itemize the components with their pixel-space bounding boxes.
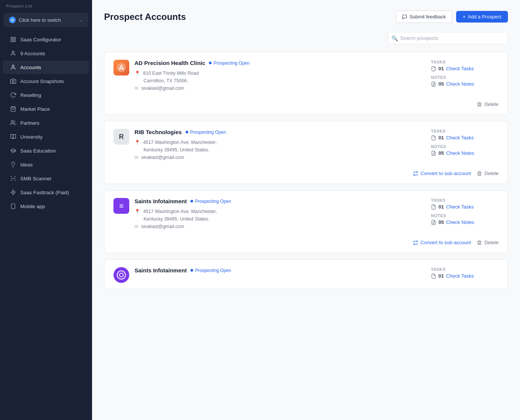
status-text: Prospecting Open (195, 199, 231, 204)
convert-icon (413, 240, 418, 245)
email-row: ✉ sivakasl@gmail.com (135, 224, 423, 229)
check-tasks-link[interactable]: Check Tasks (446, 273, 473, 279)
card-top: ≡ Saints Infotainment Prospecting Open (113, 198, 499, 229)
saints-logo-icon (116, 270, 126, 280)
address-row2: Carrollton, TX 75006. (135, 78, 423, 83)
search-input[interactable] (388, 32, 508, 44)
notes-row: 05 Check Notes (431, 219, 499, 225)
trash-icon (477, 240, 482, 245)
svg-rect-3 (14, 40, 15, 42)
switcher-label: Click here to switch (19, 17, 61, 23)
sidebar-item-saas-fasttrack[interactable]: Saas Fasttrack (Paid) (3, 186, 89, 199)
sidebar-item-smb-scanner[interactable]: SMB Scanner (3, 172, 89, 185)
status-text: Prospecting Open (195, 268, 231, 273)
check-notes-link[interactable]: Check Notes (446, 81, 474, 87)
search-icon: 🔍 (392, 35, 398, 41)
email-text: sivakasl@gmail.com (141, 86, 184, 91)
card-footer: Delete (113, 97, 499, 107)
notes-section: Notes 05 Check Notes (431, 144, 499, 156)
account-name: Saints Infotainment (135, 267, 187, 273)
task-icon (431, 204, 436, 210)
sidebar-item-account-snapshots[interactable]: Account Snapshots (3, 74, 89, 88)
check-notes-link[interactable]: Check Notes (446, 150, 474, 156)
sidebar-item-mobile-app[interactable]: Mobile app (3, 199, 89, 213)
trash-icon (477, 171, 482, 176)
add-prospect-label: Add a Prospect (468, 14, 501, 20)
avatar-symbol: ≡ (119, 202, 124, 210)
scan-icon (10, 175, 17, 182)
check-tasks-link[interactable]: Check Tasks (446, 135, 473, 141)
delete-button[interactable]: Delete (477, 240, 499, 245)
card-left: R RIB Technologies Prospecting Open (113, 129, 423, 160)
status-dot (190, 269, 193, 272)
sidebar-item-label: University (20, 134, 42, 140)
delete-button[interactable]: Delete (477, 171, 499, 176)
refresh-icon (10, 92, 17, 98)
tasks-count: 01 (438, 135, 444, 141)
address-line1: 4517 Washington Ave. Manchester, (143, 209, 217, 214)
store-icon (10, 106, 17, 112)
card-footer: Convert to sub-account Delete (113, 235, 499, 245)
notes-count: 05 (438, 219, 444, 225)
email-row: ✉ sivakasl@gmail.com (135, 86, 423, 91)
sidebar-item-9accounts[interactable]: 9 Accounts (3, 47, 89, 60)
account-details: 📍 4517 Washington Ave. Manchester, Kentu… (135, 140, 423, 160)
tasks-row: 01 Check Tasks (431, 66, 499, 71)
sidebar-item-partners[interactable]: Partners (3, 116, 89, 130)
main-content: Prospect Accounts Submit feedback + Add … (92, 0, 520, 420)
delete-label: Delete (484, 240, 499, 245)
sidebar-item-accounts[interactable]: Accounts (3, 60, 89, 74)
svg-rect-2 (11, 40, 13, 42)
address-row: 📍 4517 Washington Ave. Manchester, (135, 140, 423, 145)
account-name-row: Saints Infotainment Prospecting Open (135, 198, 423, 204)
user-icon (10, 64, 17, 71)
check-notes-link[interactable]: Check Notes (446, 219, 474, 225)
note-icon (431, 151, 436, 156)
check-tasks-link[interactable]: Check Tasks (446, 204, 473, 210)
user-icon (10, 50, 17, 57)
avatar-letter: R (119, 133, 124, 141)
tasks-label: Tasks (431, 129, 499, 133)
sidebar-item-label: Saas Fasttrack (Paid) (20, 190, 69, 195)
add-prospect-button[interactable]: + Add a Prospect (456, 11, 508, 23)
camera-icon (10, 78, 17, 85)
sidebar-item-market-place[interactable]: Market Place (3, 102, 89, 116)
grid-icon (10, 36, 17, 43)
svg-rect-13 (11, 204, 15, 208)
account-logo-ad (116, 62, 127, 73)
convert-to-subaccount-button[interactable]: Convert to sub-account (413, 171, 471, 176)
sidebar-item-label: Account Snapshots (20, 79, 64, 84)
prospect-card: Saints Infotainment Prospecting Open Tas… (104, 259, 508, 289)
note-icon (431, 220, 436, 225)
sidebar-switcher[interactable]: ⊞ Click here to switch ⌄ (4, 13, 88, 27)
lightbulb-icon (10, 161, 17, 168)
search-wrapper: 🔍 (388, 32, 508, 44)
svg-point-15 (117, 63, 126, 72)
tasks-row: 01 Check Tasks (431, 204, 499, 210)
sidebar-item-university[interactable]: University (3, 130, 89, 144)
card-right: Tasks 01 Check Tasks Notes 05 Check Note… (423, 129, 499, 156)
address-line1: 810 East Trinity Mills Road (143, 71, 199, 76)
sidebar-item-label: SMB Scanner (20, 176, 51, 181)
sidebar-item-reselling[interactable]: Reselling (3, 88, 89, 102)
convert-to-subaccount-button[interactable]: Convert to sub-account (413, 240, 471, 245)
status-dot (190, 200, 193, 202)
book-icon (10, 133, 17, 140)
mail-icon: ✉ (135, 155, 138, 160)
sidebar-item-label: Accounts (20, 65, 41, 70)
sidebar-item-ideas[interactable]: Ideas (3, 158, 89, 171)
sidebar-item-saas-configurator[interactable]: Saas Configurator (3, 33, 89, 46)
sidebar-item-saas-education[interactable]: Saas Education (3, 144, 89, 157)
status-text: Prospecting Open (213, 60, 249, 66)
submit-feedback-button[interactable]: Submit feedback (396, 11, 452, 23)
sidebar-item-label: 9 Accounts (20, 51, 45, 56)
svg-rect-0 (11, 37, 13, 39)
account-name-row: Saints Infotainment Prospecting Open (135, 267, 423, 273)
account-details: 📍 4517 Washington Ave. Manchester, Kentu… (135, 209, 423, 229)
status-badge: Prospecting Open (190, 268, 231, 273)
check-tasks-link[interactable]: Check Tasks (446, 66, 473, 71)
delete-button[interactable]: Delete (477, 101, 499, 107)
convert-label: Convert to sub-account (420, 240, 471, 245)
card-right: Tasks 01 Check Tasks Notes 05 Check Note… (423, 60, 499, 87)
status-dot (209, 62, 212, 64)
